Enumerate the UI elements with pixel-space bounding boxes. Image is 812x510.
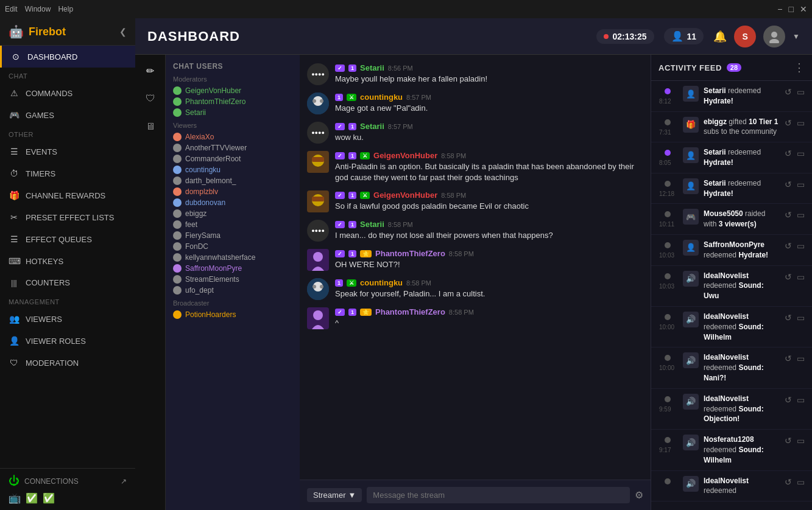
feed-dismiss-button[interactable]: ▭: [796, 395, 806, 405]
sidebar-item-hotkeys[interactable]: ⌨ HOTKEYS: [0, 250, 135, 272]
feed-refresh-button[interactable]: ↺: [783, 87, 793, 97]
feed-refresh-button[interactable]: ↺: [783, 272, 793, 282]
minimize-button[interactable]: −: [777, 4, 782, 14]
sidebar-item-preset-effect-lists[interactable]: ✂ PRESET EFFECT LISTS: [0, 206, 135, 228]
app-logo: 🤖 Firebot ❮: [0, 18, 135, 46]
sidebar-item-channel-rewards[interactable]: 🎁 CHANNEL REWARDS: [0, 184, 135, 206]
feed-dismiss-button[interactable]: ▭: [796, 477, 806, 487]
sidebar-item-timers[interactable]: ⏱ TIMERS: [0, 162, 135, 184]
feed-dismiss-button[interactable]: ▭: [796, 148, 806, 158]
user-item[interactable]: PotionHoarders: [173, 309, 292, 320]
connection-icon-2[interactable]: ✅: [26, 492, 38, 504]
feed-icon: 🎁: [683, 117, 699, 133]
user-item[interactable]: GeigenVonHuber: [173, 85, 292, 96]
user-item[interactable]: domplzblv: [173, 186, 292, 197]
feed-refresh-button[interactable]: ↺: [783, 118, 793, 128]
user-item[interactable]: AnotherTTVViewer: [173, 142, 292, 153]
sidebar-item-viewers[interactable]: 👥 VIEWERS: [0, 308, 135, 330]
user-item[interactable]: countingku: [173, 164, 292, 175]
chat-message: 1 ⚔ countingku 8:57 PM Mage got a new "P…: [300, 89, 651, 118]
streamer-avatar[interactable]: S: [734, 26, 756, 47]
user-item[interactable]: CommanderRoot: [173, 153, 292, 164]
chat-message-input[interactable]: [367, 487, 630, 503]
message-time: 8:58 PM: [449, 250, 474, 257]
feed-refresh-button[interactable]: ↺: [783, 354, 793, 363]
panel-icon-shield[interactable]: 🛡: [141, 89, 160, 108]
feed-menu-button[interactable]: ⋮: [794, 61, 805, 74]
panel-icon-monitor[interactable]: 🖥: [141, 117, 160, 136]
left-panel: ✏ 🛡 🖥 CHAT USERS Moderators GeigenVonHub…: [135, 55, 300, 510]
sidebar-item-events[interactable]: ☰ EVENTS: [0, 141, 135, 162]
feed-actions: ↺ ▭: [783, 354, 806, 363]
sidebar-item-moderation[interactable]: 🛡 MODERATION: [0, 352, 135, 374]
user-item[interactable]: FonDC: [173, 241, 292, 252]
feed-refresh-button[interactable]: ↺: [783, 477, 793, 487]
user-item[interactable]: ufo_dept: [173, 285, 292, 296]
menu-edit[interactable]: Edit: [5, 5, 18, 13]
feed-refresh-button[interactable]: ↺: [783, 148, 793, 158]
power-icon[interactable]: ⏻: [9, 475, 19, 487]
user-item[interactable]: feet: [173, 219, 292, 230]
sidebar-item-commands[interactable]: ⚠ COMMANDS: [0, 82, 135, 104]
broadcaster-label: Broadcaster: [173, 299, 292, 307]
feed-dismiss-button[interactable]: ▭: [796, 87, 806, 97]
feed-dismiss-button[interactable]: ▭: [796, 313, 806, 323]
user-item[interactable]: AlexiaXo: [173, 131, 292, 142]
feed-time: 12:18: [659, 190, 676, 197]
sidebar-collapse-button[interactable]: ❮: [119, 27, 127, 37]
feed-refresh-button[interactable]: ↺: [783, 241, 793, 251]
user-item[interactable]: kellyannwhatsherface: [173, 252, 292, 263]
connections-label: CONNECTIONS: [24, 477, 79, 486]
feed-body: IdealNovelist redeemed Sound: Uwu: [704, 271, 778, 301]
user-item[interactable]: Setarii: [173, 107, 292, 118]
sidebar-label-moderation: MODERATION: [26, 358, 79, 368]
user-name: kellyannwhatsherface: [185, 253, 255, 262]
user-item[interactable]: PhantomThiefZero: [173, 96, 292, 107]
user-item[interactable]: darth_belmont_: [173, 175, 292, 186]
feed-dismiss-button[interactable]: ▭: [796, 210, 806, 220]
chat-sender-dropdown[interactable]: Streamer ▼: [307, 488, 362, 502]
connections-row[interactable]: ⏻ CONNECTIONS ↗: [9, 475, 127, 487]
feed-refresh-button[interactable]: ↺: [783, 436, 793, 445]
sidebar-item-counters[interactable]: ||| COUNTERS: [0, 272, 135, 293]
menu-window[interactable]: Window: [25, 5, 51, 13]
chat-settings-icon[interactable]: ⚙: [635, 489, 643, 501]
user-dropdown-arrow[interactable]: ▼: [793, 32, 800, 41]
feed-refresh-button[interactable]: ↺: [783, 313, 793, 323]
feed-dismiss-button[interactable]: ▭: [796, 118, 806, 128]
sidebar-item-effect-queues[interactable]: ☰ EFFECT QUEUES: [0, 228, 135, 250]
feed-time: 9:59: [659, 406, 676, 413]
title-bar-controls[interactable]: − □ ✕: [777, 4, 807, 14]
feed-refresh-button[interactable]: ↺: [783, 395, 793, 405]
connections-expand-icon[interactable]: ↗: [121, 477, 127, 486]
connection-icon-3[interactable]: ✅: [43, 492, 55, 504]
feed-refresh-button[interactable]: ↺: [783, 210, 793, 220]
connection-icon-1[interactable]: 📺: [9, 492, 21, 504]
feed-item: 8:05 👤 Setarii redeemed Hydrate! ↺ ▭: [651, 142, 812, 173]
user-item[interactable]: SaffronMoonPyre: [173, 263, 292, 274]
feed-item: 10:11 🎮 Mouse5050 raided with 3 viewer(s…: [651, 204, 812, 235]
title-bar-menu[interactable]: Edit Window Help: [5, 5, 73, 13]
sidebar-item-dashboard[interactable]: ⊙ DASHBOARD: [0, 46, 135, 68]
feed-dismiss-button[interactable]: ▭: [796, 354, 806, 363]
maximize-button[interactable]: □: [789, 4, 794, 14]
feed-dismiss-button[interactable]: ▭: [796, 180, 806, 189]
close-button[interactable]: ✕: [800, 4, 807, 14]
user-item[interactable]: FierySama: [173, 230, 292, 241]
feed-item: 10:03 🔊 IdealNovelist redeemed Sound: Uw…: [651, 266, 812, 307]
menu-help[interactable]: Help: [58, 5, 73, 13]
user-item[interactable]: StreamElements: [173, 274, 292, 285]
panel-icon-pen[interactable]: ✏: [141, 61, 160, 80]
feed-dot: [665, 119, 671, 125]
sidebar-item-viewer-roles[interactable]: 👤 VIEWER ROLES: [0, 330, 135, 352]
feed-dismiss-button[interactable]: ▭: [796, 436, 806, 445]
feed-dismiss-button[interactable]: ▭: [796, 241, 806, 251]
feed-refresh-button[interactable]: ↺: [783, 180, 793, 189]
user-item[interactable]: dubdonovan: [173, 197, 292, 208]
notifications-bell[interactable]: 🔔: [713, 30, 727, 43]
feed-item: 10:03 👤 SaffronMoonPyre redeemed Hydrate…: [651, 235, 812, 266]
user-item[interactable]: ebiggz: [173, 208, 292, 219]
feed-dismiss-button[interactable]: ▭: [796, 272, 806, 282]
user-avatar[interactable]: [763, 26, 785, 47]
sidebar-item-games[interactable]: 🎮 GAMES: [0, 104, 135, 126]
